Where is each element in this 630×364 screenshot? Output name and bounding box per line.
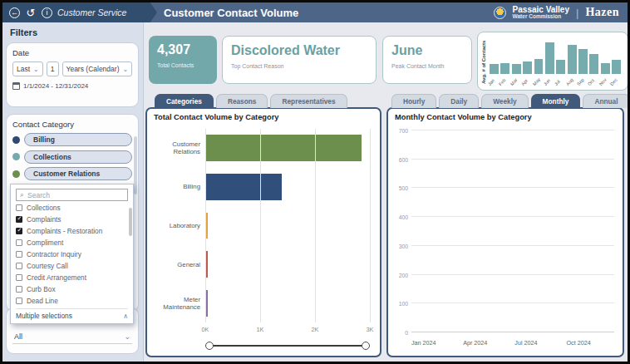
calendar-icon: [12, 82, 20, 90]
checkbox-checked-icon[interactable]: [16, 228, 22, 234]
category-chart-plot: Customer RelationsBillingLaboratoryGener…: [154, 129, 370, 322]
kpi-total-label: Total Contacts: [157, 62, 209, 68]
x-axis-tick-label: 2K: [312, 326, 319, 333]
chevron-down-icon: ⌄: [119, 66, 128, 73]
category-option-row[interactable]: Curb Box: [16, 284, 128, 295]
tab-daily[interactable]: Daily: [439, 94, 479, 108]
kpi-peak-month: June Peak Contact Month: [382, 36, 472, 84]
checkbox-icon[interactable]: [16, 286, 22, 293]
checkbox-checked-icon[interactable]: [16, 216, 22, 223]
mini-bar[interactable]: [490, 64, 499, 74]
info-icon[interactable]: i: [42, 7, 52, 18]
date-controls: Last⌄ 1 Years (Calendar)⌄: [12, 61, 132, 76]
mini-bar[interactable]: [612, 60, 621, 74]
kpi-total-value: 4,307: [157, 42, 209, 57]
undo-icon[interactable]: ↺: [25, 7, 37, 18]
y-axis-tick-label: 400: [391, 214, 411, 220]
checkbox-icon[interactable]: [16, 274, 22, 281]
mini-bar[interactable]: [512, 64, 521, 74]
category-option-row[interactable]: Courtesy Call: [16, 261, 128, 272]
slider-handle-max[interactable]: [362, 342, 370, 350]
category-chart-panel: Total Contact Volume by Category Custome…: [145, 107, 381, 357]
gridline-vertical: [205, 129, 206, 322]
category-option-row[interactable]: Collections: [16, 203, 128, 214]
brand-area: Passaic Valley Water Commission | Hazen: [494, 6, 628, 20]
checkbox-icon[interactable]: [16, 204, 22, 211]
kpi-top-reason-value: Discolored Water: [231, 43, 367, 58]
tab-weekly[interactable]: Weekly: [481, 94, 528, 108]
date-range-value: 1/1/2024 - 12/31/2024: [23, 82, 88, 90]
mini-bar[interactable]: [589, 54, 598, 74]
mini-bar[interactable]: [556, 60, 565, 74]
dashboard-window: ← ↺ i Customer Service Customer Contact …: [0, 0, 630, 364]
kpi-peak-month-label: Peak Contact Month: [391, 63, 463, 69]
tab-monthly[interactable]: Monthly: [531, 94, 581, 108]
category-pill[interactable]: Billing: [24, 133, 132, 146]
gridline-vertical: [315, 129, 316, 322]
tab-representatives[interactable]: Representatives: [270, 94, 347, 108]
representative-select[interactable]: All ⌄: [12, 329, 132, 344]
mini-bar[interactable]: [601, 63, 610, 74]
search-input[interactable]: ⌕ Search: [16, 189, 128, 201]
hazen-logo: Hazen: [585, 6, 619, 19]
checkbox-icon[interactable]: [16, 298, 22, 304]
gridline-vertical: [260, 129, 261, 322]
kpi-top-reason: Discolored Water Top Contact Reason: [222, 36, 377, 84]
category-bar[interactable]: [205, 135, 362, 161]
contact-category-label: Contact Category: [12, 120, 132, 129]
tab-categories[interactable]: Categories: [155, 94, 214, 108]
date-mode-select[interactable]: Last⌄: [12, 61, 43, 76]
date-unit-select[interactable]: Years (Calendar)⌄: [62, 61, 133, 76]
tab-hourly[interactable]: Hourly: [391, 94, 436, 108]
y-axis-tick-label: 500: [391, 185, 411, 191]
date-range-row: 1/1/2024 - 12/31/2024: [12, 82, 132, 90]
date-filter-label: Date: [12, 48, 132, 57]
mini-bar[interactable]: [500, 63, 509, 74]
mini-month-label: Dec: [609, 76, 624, 91]
category-option-row[interactable]: Compliment: [16, 238, 128, 248]
breadcrumb: ← ↺ i Customer Service: [2, 2, 145, 22]
category-option-row[interactable]: Dead Line: [16, 296, 128, 307]
mini-bar[interactable]: [568, 45, 577, 74]
category-pill-row: Collections: [12, 150, 132, 164]
mini-bar[interactable]: [545, 42, 554, 74]
checkbox-icon[interactable]: [16, 263, 22, 269]
category-chart-title: Total Contact Volume by Category: [147, 109, 380, 121]
tab-annual[interactable]: Annual: [583, 94, 629, 108]
x-axis-tick-label: 0K: [202, 326, 209, 333]
category-color-dot: [12, 170, 20, 178]
multiple-selections-row[interactable]: Multiple selections ∧: [16, 308, 128, 320]
category-pill[interactable]: Customer Relations: [24, 167, 132, 180]
category-option-row[interactable]: Credit Arrangement: [16, 273, 128, 283]
tab-reasons[interactable]: Reasons: [216, 94, 268, 108]
y-axis-tick-label: 100: [391, 301, 411, 307]
category-bar-track: [205, 129, 370, 168]
option-list-scrollbar[interactable]: [129, 208, 132, 236]
category-view-tabs: CategoriesReasonsRepresentatives: [155, 94, 347, 108]
gridline-horizontal: [411, 303, 614, 303]
category-pill-row: Customer Relations: [12, 167, 132, 180]
slider-track[interactable]: [209, 345, 366, 347]
monthly-chart-plot: 0100200300400500600700: [411, 130, 614, 332]
mini-chart-body: JanFebMarAprMayJunJulAugSepOctNovDec: [486, 36, 623, 88]
checkbox-icon[interactable]: [16, 239, 22, 246]
category-scrollbar[interactable]: [134, 136, 137, 194]
category-pill[interactable]: Collections: [24, 150, 132, 164]
category-option-row[interactable]: Contractor Inquiry: [16, 249, 128, 260]
chevron-down-icon: ⌄: [30, 66, 39, 73]
category-bar-row: Meter Maintenance: [154, 283, 370, 322]
mini-bar[interactable]: [534, 59, 544, 74]
mini-bar[interactable]: [578, 49, 588, 74]
date-number-input[interactable]: 1: [47, 61, 59, 76]
mini-bar[interactable]: [523, 61, 532, 74]
slider-handle-min[interactable]: [205, 342, 214, 350]
checkbox-icon[interactable]: [16, 251, 22, 258]
kpi-peak-month-value: June: [391, 43, 463, 58]
category-option-row[interactable]: Complaints - Restoration: [16, 226, 128, 237]
category-bar[interactable]: [205, 174, 282, 200]
back-icon[interactable]: ←: [9, 7, 20, 18]
gridline-horizontal: [411, 216, 614, 217]
search-placeholder: Search: [27, 191, 50, 199]
y-axis-tick-label: 700: [391, 128, 411, 134]
category-option-row[interactable]: Complaints: [16, 214, 128, 225]
